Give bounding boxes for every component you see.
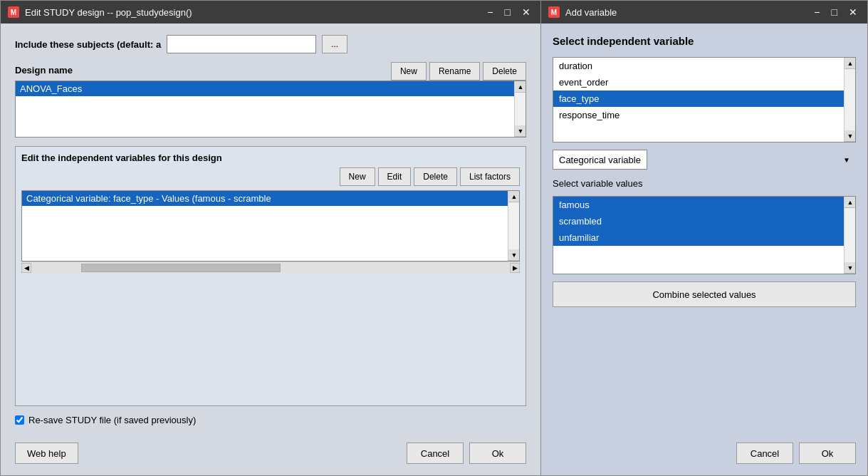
left-titlebar: M Edit STUDY design -- pop_studydesign()… bbox=[1, 1, 540, 24]
hscroll-thumb[interactable] bbox=[81, 264, 281, 272]
left-close-button[interactable]: ✕ bbox=[519, 7, 533, 17]
resave-checkbox[interactable] bbox=[15, 415, 24, 425]
indep-vscroll[interactable]: ▲ ▼ bbox=[508, 191, 519, 261]
values-listbox: famous scrambled unfamiliar ▲ ▼ bbox=[553, 196, 856, 274]
right-bottom-buttons: Cancel Ok bbox=[541, 443, 867, 475]
left-titlebar-left: M Edit STUDY design -- pop_studydesign() bbox=[8, 6, 192, 18]
design-new-button[interactable]: New bbox=[391, 62, 427, 81]
left-maximize-button[interactable]: □ bbox=[502, 7, 513, 17]
right-close-button[interactable]: ✕ bbox=[846, 7, 860, 17]
design-scroll-up[interactable]: ▲ bbox=[515, 81, 526, 93]
design-scroll-track bbox=[515, 93, 525, 125]
checkbox-row: Re-save STUDY file (if saved previously) bbox=[15, 415, 526, 425]
indep-hscroll[interactable]: ◀ ▶ bbox=[21, 262, 520, 273]
design-name-buttons: New Rename Delete bbox=[391, 62, 526, 81]
include-subjects-input[interactable] bbox=[167, 35, 316, 53]
values-scroll-down[interactable]: ▼ bbox=[845, 262, 856, 274]
right-titlebar: M Add variable − □ ✕ bbox=[541, 1, 867, 24]
left-cancel-button[interactable]: Cancel bbox=[407, 443, 464, 464]
include-subjects-label: Include these subjects (default: a bbox=[15, 39, 161, 50]
matlab-icon: M bbox=[8, 6, 19, 18]
variable-type-dropdown[interactable]: Categorical variable Continuous variable bbox=[553, 150, 647, 170]
right-maximize-button[interactable]: □ bbox=[829, 7, 840, 17]
variable-listbox: duration event_order face_type response_… bbox=[553, 57, 856, 143]
var-scroll-up[interactable]: ▲ bbox=[845, 58, 856, 69]
design-scroll-down[interactable]: ▼ bbox=[515, 125, 526, 137]
design-name-listbox: ANOVA_Faces ▲ ▼ bbox=[15, 81, 526, 138]
left-minimize-button[interactable]: − bbox=[484, 7, 496, 17]
right-window-content: Select independent variable duration eve… bbox=[541, 24, 867, 443]
value-item-scrambled[interactable]: scrambled bbox=[553, 213, 855, 229]
design-delete-button[interactable]: Delete bbox=[483, 62, 526, 81]
var-item-duration[interactable]: duration bbox=[553, 58, 855, 74]
indep-vars-listbox: Categorical variable: face_type - Values… bbox=[21, 190, 520, 262]
right-window-controls: − □ ✕ bbox=[811, 7, 860, 17]
right-window: M Add variable − □ ✕ Select independent … bbox=[541, 0, 868, 476]
left-window-content: Include these subjects (default: a ... D… bbox=[1, 24, 540, 437]
indep-scroll-down[interactable]: ▼ bbox=[508, 249, 520, 261]
hscroll-right-arrow[interactable]: ▶ bbox=[510, 263, 520, 273]
indep-list-factors-button[interactable]: List factors bbox=[460, 167, 520, 186]
indep-vars-header: Edit the independent variables for this … bbox=[21, 152, 520, 163]
design-name-section: Design name New Rename Delete ANOVA_Face… bbox=[15, 62, 526, 138]
right-window-title: Add variable bbox=[565, 7, 617, 18]
design-listbox-item[interactable]: ANOVA_Faces bbox=[16, 81, 525, 96]
right-matlab-icon: M bbox=[548, 6, 560, 18]
design-vscroll[interactable]: ▲ ▼ bbox=[514, 81, 525, 137]
left-window-controls: − □ ✕ bbox=[484, 7, 533, 17]
left-ok-button[interactable]: Ok bbox=[469, 443, 526, 464]
dropdown-row: Categorical variable Continuous variable bbox=[553, 150, 856, 170]
hscroll-left-arrow[interactable]: ◀ bbox=[21, 263, 31, 273]
indep-edit-button[interactable]: Edit bbox=[378, 167, 412, 186]
values-scroll-track bbox=[845, 208, 855, 262]
right-cancel-button[interactable]: Cancel bbox=[736, 443, 793, 464]
value-item-unfamiliar[interactable]: unfamiliar bbox=[553, 229, 855, 246]
var-scroll-track bbox=[845, 69, 855, 130]
indep-delete-button[interactable]: Delete bbox=[414, 167, 457, 186]
combine-selected-values-button[interactable]: Combine selected values bbox=[553, 281, 856, 307]
browse-button[interactable]: ... bbox=[322, 35, 347, 53]
var-vscroll[interactable]: ▲ ▼ bbox=[844, 58, 855, 142]
web-help-button[interactable]: Web help bbox=[15, 443, 78, 464]
value-item-famous[interactable]: famous bbox=[553, 197, 855, 213]
design-rename-button[interactable]: Rename bbox=[429, 62, 480, 81]
left-bottom-right: Cancel Ok bbox=[407, 443, 526, 464]
var-item-face-type[interactable]: face_type bbox=[553, 90, 855, 107]
design-name-label: Design name bbox=[15, 65, 73, 76]
right-minimize-button[interactable]: − bbox=[811, 7, 822, 17]
left-bottom-buttons: Web help Cancel Ok bbox=[1, 437, 540, 475]
resave-label: Re-save STUDY file (if saved previously) bbox=[28, 415, 196, 425]
indep-buttons: New Edit Delete List factors bbox=[21, 167, 520, 186]
include-subjects-row: Include these subjects (default: a ... bbox=[15, 35, 526, 53]
indep-listbox-item[interactable]: Categorical variable: face_type - Values… bbox=[22, 191, 519, 206]
design-name-header: Design name New Rename Delete bbox=[15, 62, 526, 81]
left-window-title: Edit STUDY design -- pop_studydesign() bbox=[25, 7, 192, 18]
select-values-label: Select variable values bbox=[553, 178, 856, 189]
right-ok-button[interactable]: Ok bbox=[799, 443, 856, 464]
indep-scroll-track bbox=[508, 202, 519, 249]
var-item-response-time[interactable]: response_time bbox=[553, 107, 855, 123]
right-section-title: Select independent variable bbox=[553, 35, 856, 47]
var-item-event-order[interactable]: event_order bbox=[553, 74, 855, 90]
indep-scroll-up[interactable]: ▲ bbox=[508, 191, 520, 202]
indep-vars-section: Edit the independent variables for this … bbox=[15, 146, 526, 406]
values-scroll-up[interactable]: ▲ bbox=[845, 197, 856, 208]
dropdown-wrapper: Categorical variable Continuous variable bbox=[553, 150, 856, 170]
left-window: M Edit STUDY design -- pop_studydesign()… bbox=[0, 0, 541, 476]
right-titlebar-left: M Add variable bbox=[548, 6, 617, 18]
values-vscroll[interactable]: ▲ ▼ bbox=[844, 197, 855, 274]
var-scroll-down[interactable]: ▼ bbox=[845, 130, 856, 142]
indep-new-button[interactable]: New bbox=[340, 167, 375, 186]
